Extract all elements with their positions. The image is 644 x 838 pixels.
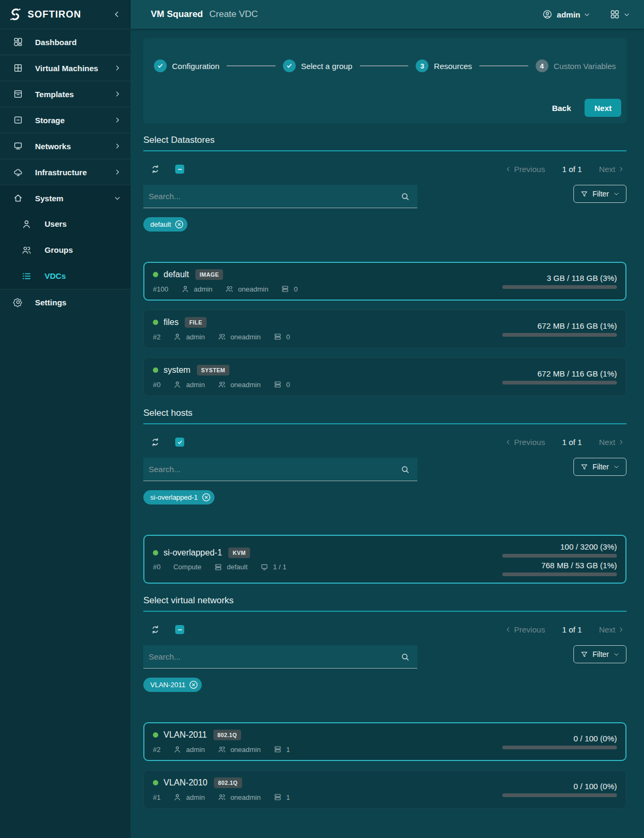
network-name: VLAN-2010 (164, 778, 208, 788)
usage-text: 768 MB / 53 GB (1%) (502, 561, 617, 570)
previous-page-button[interactable]: Previous (505, 438, 547, 447)
filter-button[interactable]: Filter (573, 458, 626, 476)
users-group-icon (218, 332, 226, 341)
sidebar-item-label: Storage (35, 116, 65, 125)
select-all-checkbox[interactable] (175, 625, 184, 634)
sidebar-item-networks[interactable]: Networks (0, 133, 131, 159)
type-badge: FILE (185, 317, 206, 328)
filter-chip[interactable]: VLAN-2011 (143, 678, 202, 692)
chevron-right-icon (114, 142, 121, 150)
sidebar: SOFTIRON Dashboard Virtual Machines Temp… (0, 0, 131, 838)
close-icon[interactable] (174, 219, 184, 229)
close-icon[interactable] (201, 492, 211, 502)
softiron-logo-icon (7, 6, 23, 22)
chevron-left-icon (505, 626, 512, 633)
refresh-icon[interactable] (150, 625, 160, 635)
sidebar-item-dashboard[interactable]: Dashboard (0, 29, 131, 55)
owner-group: oneadmin (230, 381, 261, 389)
search-icon[interactable] (400, 465, 410, 474)
previous-page-button[interactable]: Previous (505, 165, 547, 174)
filter-chip[interactable]: default (143, 217, 187, 232)
page-indicator: 1 of 1 (562, 625, 582, 634)
table-row[interactable]: si-overlapped-1 KVM #0 Compute default 1… (143, 535, 626, 584)
search-input[interactable] (149, 652, 400, 661)
sidebar-collapse-icon[interactable] (113, 10, 121, 19)
datastore-name: system (164, 365, 191, 375)
select-all-checkbox[interactable] (175, 438, 184, 447)
user-icon (21, 219, 32, 229)
next-page-button[interactable]: Next (597, 165, 624, 174)
sidebar-item-label: Templates (35, 90, 74, 99)
check-icon (157, 62, 164, 70)
owner-user: admin (186, 381, 204, 389)
search-input[interactable] (149, 465, 400, 474)
filter-label: Filter (593, 463, 609, 471)
back-button[interactable]: Back (545, 99, 579, 117)
status-dot (153, 780, 158, 785)
step-label: Select a group (301, 62, 353, 71)
user-circle-icon (542, 9, 553, 20)
page-indicator: 1 of 1 (562, 438, 582, 447)
page-indicator: 1 of 1 (562, 165, 582, 174)
owner-user: admin (194, 285, 212, 293)
sidebar-item-infrastructure[interactable]: Infrastructure (0, 159, 131, 185)
step-done-icon (154, 59, 167, 72)
owner-user: admin (186, 793, 204, 801)
filter-label: Filter (593, 190, 609, 198)
filter-button[interactable]: Filter (573, 645, 626, 663)
search-input[interactable] (149, 192, 400, 201)
owner-group: oneadmin (230, 793, 261, 801)
apps-menu[interactable] (609, 9, 630, 20)
table-row[interactable]: VLAN-2011 802.1Q #2 admin oneadmin 1 (143, 722, 626, 761)
table-row[interactable]: system SYSTEM #0 admin oneadmin 0 (143, 357, 626, 396)
sidebar-item-label: Networks (35, 142, 71, 151)
capacity-usage: 672 MB / 116 GB (1%) (502, 321, 617, 337)
usage-text: 0 / 100 (0%) (502, 734, 617, 743)
search-box (143, 645, 417, 669)
server-icon (273, 380, 282, 389)
chevron-left-icon (505, 439, 512, 446)
next-button[interactable]: Next (585, 99, 621, 117)
templates-icon (13, 89, 23, 99)
step-label: Configuration (172, 62, 219, 71)
resource-id: #2 (153, 333, 160, 341)
table-row[interactable]: default IMAGE #100 admin oneadmin 0 (143, 262, 626, 301)
search-icon[interactable] (400, 652, 410, 662)
next-page-button[interactable]: Next (597, 438, 624, 447)
list-icon (21, 271, 32, 281)
page-content: Configuration Select a group 3 Resources (131, 29, 644, 823)
refresh-icon[interactable] (150, 437, 160, 447)
table-row[interactable]: VLAN-2010 802.1Q #1 admin oneadmin 1 (143, 770, 626, 809)
sidebar-item-settings[interactable]: Settings (0, 289, 131, 315)
cluster-name: Compute (173, 563, 201, 571)
chip-label: default (150, 220, 171, 228)
refresh-icon[interactable] (150, 164, 160, 174)
next-page-button[interactable]: Next (597, 625, 624, 634)
sidebar-item-templates[interactable]: Templates (0, 81, 131, 107)
sidebar-item-storage[interactable]: Storage (0, 107, 131, 133)
progress-bar (502, 554, 617, 558)
sidebar-item-system[interactable]: System (0, 185, 131, 211)
datastore-name: default (227, 563, 247, 571)
host-name: si-overlapped-1 (164, 548, 222, 558)
owner-group: oneadmin (230, 333, 261, 341)
sidebar-item-users[interactable]: Users (0, 211, 131, 237)
chevron-down-icon (613, 651, 620, 657)
user-menu[interactable]: admin (542, 9, 590, 20)
table-row[interactable]: files FILE #2 admin oneadmin 0 (143, 310, 626, 348)
cpu-usage: 100 / 3200 (3%) (502, 542, 617, 558)
filter-chip[interactable]: si-overlapped-1 (143, 490, 214, 504)
resource-id: #2 (153, 746, 160, 754)
select-all-checkbox[interactable] (175, 165, 184, 174)
sidebar-item-vdcs[interactable]: VDCs (0, 263, 131, 289)
step-label: Resources (434, 62, 472, 71)
sidebar-item-groups[interactable]: Groups (0, 237, 131, 263)
search-icon[interactable] (400, 192, 410, 201)
hosts-list: si-overlapped-1 KVM #0 Compute default 1… (143, 535, 626, 584)
user-icon (173, 380, 182, 389)
previous-page-button[interactable]: Previous (505, 625, 547, 634)
hosts-chips: si-overlapped-1 (143, 490, 626, 504)
sidebar-item-virtual-machines[interactable]: Virtual Machines (0, 55, 131, 81)
filter-button[interactable]: Filter (573, 185, 626, 203)
close-icon[interactable] (188, 680, 199, 690)
